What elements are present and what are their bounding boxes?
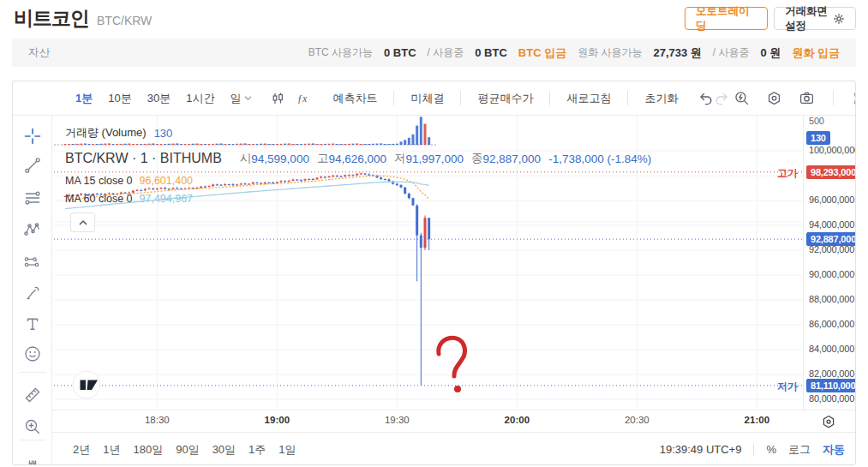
candle-body — [176, 188, 178, 189]
volume-bar — [384, 144, 386, 145]
candle-body — [344, 175, 346, 177]
candle-body — [212, 184, 214, 186]
volume-bar — [124, 144, 127, 145]
krw-deposit-link[interactable]: 원화 입금 — [792, 45, 840, 61]
candle-body — [160, 188, 163, 189]
range-button-1일[interactable]: 1일 — [278, 442, 296, 458]
candle-body — [300, 180, 302, 181]
interval-30분[interactable]: 30분 — [140, 91, 178, 106]
volume-bar — [272, 144, 274, 145]
candle-body — [164, 188, 166, 189]
symbol-title: BTC/KRW · 1 · BITHUMB — [65, 151, 222, 166]
interval-1분[interactable]: 1분 — [68, 91, 100, 106]
trendline-icon[interactable] — [22, 155, 43, 176]
volume-bar — [404, 140, 406, 145]
axis-settings-icon[interactable] — [819, 412, 838, 431]
gear-icon — [833, 13, 845, 25]
volume-bar — [228, 144, 230, 145]
ma60-label: MA 60 close 0 — [65, 193, 133, 205]
range-button-1주[interactable]: 1주 — [248, 442, 266, 458]
brush-icon[interactable] — [22, 282, 43, 302]
krw-inuse-label: / 사용중 — [713, 45, 750, 60]
toolbar-button-예측차트[interactable]: 예측차트 — [321, 91, 388, 106]
magnet-icon[interactable] — [22, 457, 43, 465]
volume-bar — [172, 144, 175, 145]
candle-body — [368, 175, 370, 176]
candle-body — [356, 174, 358, 176]
volume-bar — [360, 144, 362, 145]
toolbar-separator — [549, 91, 550, 105]
y-axis-label: 94,000,000 — [809, 219, 854, 230]
log-scale-button[interactable]: 로그 — [788, 442, 811, 458]
range-button-30일[interactable]: 30일 — [213, 442, 236, 458]
indicator-fx-icon[interactable]: ƒx — [296, 87, 311, 110]
toolbar-button-초기화[interactable]: 초기화 — [633, 91, 689, 106]
candle-body — [348, 175, 350, 176]
volume-bar — [76, 144, 79, 145]
toolbar-button-새로고침[interactable]: 새로고침 — [555, 91, 622, 106]
fullscreen-icon[interactable] — [849, 87, 856, 110]
range-button-90일[interactable]: 90일 — [176, 442, 199, 458]
redo-icon[interactable] — [714, 87, 730, 110]
range-button-2년[interactable]: 2년 — [73, 442, 90, 458]
candlestick-style-icon[interactable] — [270, 87, 285, 110]
btc-available-value: 0 BTC — [384, 46, 416, 59]
volume-bar — [164, 144, 166, 145]
btc-deposit-link[interactable]: BTC 입금 — [518, 45, 566, 61]
pattern-icon[interactable] — [22, 219, 43, 240]
screen-settings-button[interactable]: 거래화면 설정 — [774, 7, 856, 30]
low-value: 91,997,000 — [405, 153, 464, 165]
candle-body — [256, 183, 259, 183]
volume-bar — [236, 144, 238, 145]
x-axis-label: 19:30 — [385, 410, 410, 431]
percent-scale-button[interactable]: % — [766, 443, 776, 456]
emoji-icon[interactable] — [22, 344, 43, 364]
time-axis[interactable]: 18:3019:0019:3020:0020:3021:00 — [54, 410, 803, 432]
autotrading-button[interactable]: 오토트레이딩 — [685, 7, 768, 30]
range-button-180일[interactable]: 180일 — [133, 442, 163, 458]
text-icon[interactable] — [22, 314, 43, 334]
candle-body — [136, 190, 139, 191]
volume-bar — [148, 144, 151, 145]
ruler-icon[interactable] — [22, 385, 43, 405]
volume-bar — [160, 144, 163, 145]
toolbar-separator — [393, 91, 394, 105]
interval-일[interactable]: 일 — [222, 91, 260, 106]
y-axis-label: 80,000,000 — [809, 393, 854, 404]
question-mark-dot — [454, 386, 461, 392]
projection-icon[interactable] — [22, 252, 43, 272]
volume-bar — [324, 144, 326, 145]
undo-icon[interactable] — [697, 87, 714, 110]
range-button-1년[interactable]: 1년 — [103, 442, 120, 458]
camera-snapshot-icon[interactable] — [795, 87, 817, 110]
price-axis[interactable]: 500 130 100,000,00096,000,00094,000,0009… — [803, 116, 856, 410]
auto-scale-button[interactable]: 자동 — [823, 442, 845, 458]
object-settings-icon[interactable] — [763, 87, 785, 110]
toolbar-button-평균매수가[interactable]: 평균매수가 — [466, 91, 544, 106]
pane-collapse-button[interactable] — [70, 213, 95, 232]
zoom-in-icon[interactable] — [22, 416, 43, 437]
tradingview-logo[interactable] — [73, 371, 100, 398]
ma15-label: MA 15 close 0 — [65, 175, 133, 187]
btc-available-label: BTC 사용가능 — [308, 45, 373, 60]
y-axis-label: 100,000,000 — [809, 145, 856, 155]
crosshair-icon[interactable] — [22, 126, 43, 147]
volume-bar — [308, 144, 310, 145]
volume-bar — [184, 144, 187, 145]
toolbar-button-미체결[interactable]: 미체결 — [399, 91, 455, 106]
interval-1시간[interactable]: 1시간 — [178, 91, 222, 106]
candle-body — [204, 187, 207, 188]
interval-10분[interactable]: 10분 — [100, 91, 139, 106]
ma60-legend: MA 60 close 0 97,494,967 — [65, 193, 193, 205]
volume-bar — [260, 144, 262, 145]
search-lightning-icon[interactable] — [730, 87, 752, 110]
candle-body — [340, 177, 343, 177]
candle-body — [260, 183, 262, 184]
asset-label: 자산 — [28, 45, 50, 60]
volume-bar — [88, 144, 91, 145]
clock-timezone[interactable]: 19:39:49 UTC+9 — [660, 443, 742, 456]
volume-bar — [264, 144, 266, 145]
low-price-badge: 81,110,000 — [806, 379, 856, 392]
parallel-lines-icon[interactable] — [22, 188, 43, 208]
volume-bar — [320, 144, 322, 145]
